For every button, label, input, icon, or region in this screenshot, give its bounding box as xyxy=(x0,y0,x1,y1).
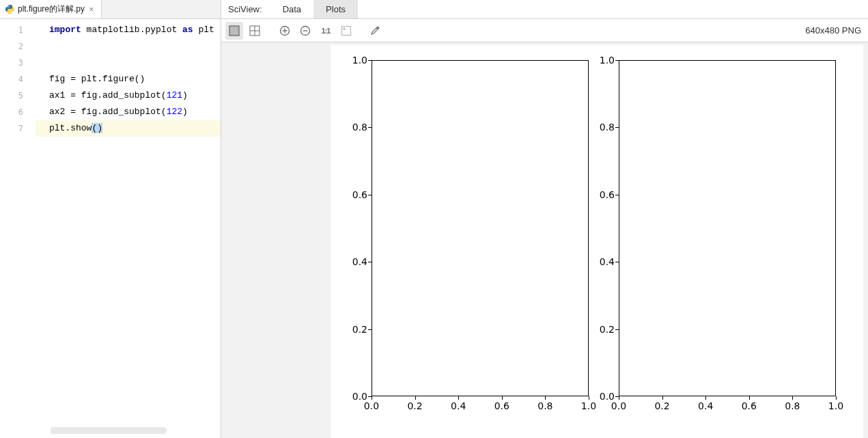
view-single-icon[interactable] xyxy=(225,22,243,40)
sciview-panel: SciView: Data Plots 1:1 xyxy=(221,0,868,438)
plot-toolbar: 1:1 640x480 PNG xyxy=(221,19,868,42)
figure-canvas: 0.00.20.40.60.81.00.00.20.40.60.81.00.00… xyxy=(331,45,863,438)
line-number: 4 xyxy=(0,71,36,87)
y-tick-label: 0.8 xyxy=(590,122,615,133)
code-line: ax1 = fig.add_subplot(121) xyxy=(36,87,221,104)
line-number: 6 xyxy=(0,104,36,120)
y-tick-label: 0.4 xyxy=(343,256,367,267)
view-grid-icon[interactable] xyxy=(246,22,264,40)
x-tick-label: 0.8 xyxy=(779,400,806,411)
image-dimensions-label: 640x480 PNG xyxy=(805,25,864,36)
editor-tab-label: plt.figure的详解.py xyxy=(18,3,85,15)
subplot: 0.00.20.40.60.81.00.00.20.40.60.81.0 xyxy=(619,60,836,396)
line-number: 1 xyxy=(0,22,36,38)
color-picker-icon[interactable] xyxy=(366,22,384,40)
fit-to-window-icon[interactable] xyxy=(337,22,355,40)
y-tick-label: 0.6 xyxy=(343,189,367,200)
y-tick-label: 0.2 xyxy=(590,324,615,335)
tab-plots[interactable]: Plots xyxy=(313,0,358,18)
x-tick-label: 0.6 xyxy=(488,400,516,411)
line-gutter: 1 2 3 4 5 6 7 xyxy=(0,19,36,438)
x-tick-label: 0.8 xyxy=(531,400,559,411)
code-line-active: plt.show() xyxy=(36,120,221,137)
x-tick-label: 0.0 xyxy=(358,400,385,411)
svg-rect-1 xyxy=(229,26,239,36)
x-tick-label: 1.0 xyxy=(822,400,850,411)
x-tick-label: 0.2 xyxy=(402,400,429,411)
y-tick-label: 0.4 xyxy=(590,256,615,267)
y-tick-label: 1.0 xyxy=(343,55,367,66)
y-tick-label: 1.0 xyxy=(590,55,615,66)
x-tick-label: 0.0 xyxy=(605,400,632,411)
horizontal-scrollbar[interactable] xyxy=(51,427,167,434)
y-tick-label: 0.8 xyxy=(343,122,367,133)
x-tick-label: 0.2 xyxy=(649,400,676,411)
editor-tab-bar: plt.figure的详解.py × xyxy=(0,0,221,19)
code-area[interactable]: import matplotlib.pyplot as plt fig = pl… xyxy=(36,19,221,438)
close-tab-button[interactable]: × xyxy=(87,4,96,14)
line-number: 7 xyxy=(0,120,36,137)
editor-body[interactable]: 1 2 3 4 5 6 7 import matplotlib.pyplot a… xyxy=(0,19,221,438)
plot-viewport[interactable]: 0.00.20.40.60.81.00.00.20.40.60.81.00.00… xyxy=(221,42,868,438)
code-line xyxy=(36,55,221,71)
code-line: ax2 = fig.add_subplot(122) xyxy=(36,104,221,120)
x-tick-label: 0.4 xyxy=(692,400,719,411)
subplot: 0.00.20.40.60.81.00.00.20.40.60.81.0 xyxy=(372,60,589,396)
y-tick-label: 0.2 xyxy=(343,324,367,335)
svg-rect-10 xyxy=(342,26,351,35)
tab-data[interactable]: Data xyxy=(270,0,313,18)
zoom-out-icon[interactable] xyxy=(296,22,314,40)
y-tick-label: 0.6 xyxy=(590,189,615,200)
code-line: import matplotlib.pyplot as plt xyxy=(36,22,221,38)
sciview-title: SciView: xyxy=(227,0,270,18)
line-number: 2 xyxy=(0,38,36,55)
code-line xyxy=(36,38,221,55)
line-number: 5 xyxy=(0,87,36,104)
sciview-header: SciView: Data Plots xyxy=(221,0,868,19)
editor-tab-file[interactable]: plt.figure的详解.py × xyxy=(0,0,102,18)
x-tick-label: 0.4 xyxy=(445,400,472,411)
code-line: fig = plt.figure() xyxy=(36,71,221,87)
line-number: 3 xyxy=(0,55,36,71)
x-tick-label: 1.0 xyxy=(575,400,602,411)
python-file-icon xyxy=(4,4,15,15)
editor-panel: plt.figure的详解.py × 1 2 3 4 5 6 7 import … xyxy=(0,0,221,438)
zoom-in-icon[interactable] xyxy=(276,22,294,40)
x-tick-label: 0.6 xyxy=(736,400,763,411)
zoom-actual-button[interactable]: 1:1 xyxy=(317,22,335,40)
